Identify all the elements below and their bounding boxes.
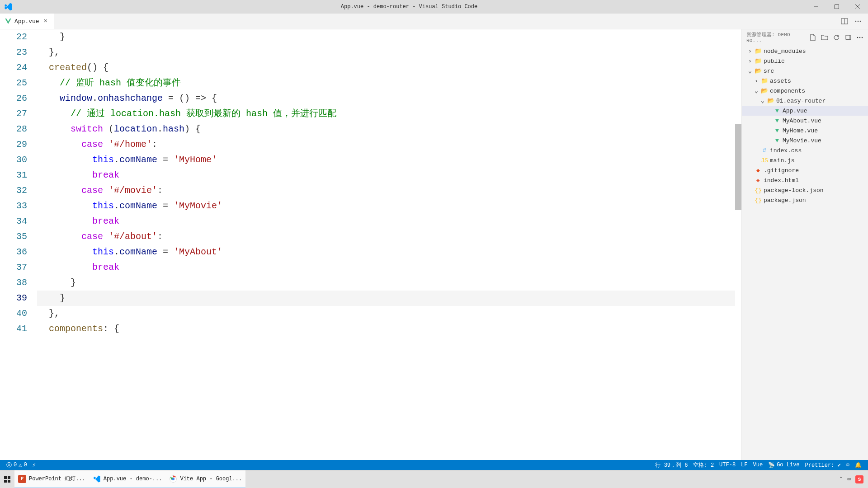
tree-file-myhome[interactable]: ▼ MyHome.vue [742, 126, 868, 136]
tree-label: package-lock.json [764, 187, 824, 194]
start-button[interactable] [0, 470, 14, 488]
status-feedback[interactable]: ☺ [844, 462, 852, 468]
tree-folder-components[interactable]: ⌄ 📂 components [742, 86, 868, 96]
refresh-icon[interactable] [833, 34, 840, 41]
code-line[interactable]: this.comName = 'MyAbout' [37, 244, 735, 260]
code-line[interactable]: case '#/movie': [37, 183, 735, 198]
tray-chevron-icon[interactable]: ˄ [840, 476, 843, 483]
status-prettier[interactable]: Prettier: ✔ [802, 462, 844, 469]
code-line[interactable]: break [37, 214, 735, 229]
new-file-icon[interactable] [809, 34, 816, 41]
code-line[interactable]: case '#/home': [37, 137, 735, 152]
tab-close-button[interactable]: × [42, 18, 49, 25]
code-line[interactable]: } [37, 29, 735, 45]
split-editor-icon[interactable] [841, 18, 848, 25]
code-line[interactable]: break [37, 168, 735, 183]
minimap-scrollbar[interactable] [735, 29, 741, 460]
code-line[interactable]: case '#/about': [37, 229, 735, 244]
tree-label: components [770, 88, 805, 94]
svg-point-9 [862, 37, 863, 38]
status-eol[interactable]: LF [738, 462, 750, 468]
tray-ime-icon[interactable]: ⌨ [847, 476, 851, 483]
close-button[interactable] [847, 0, 868, 14]
editor-tab[interactable]: App.vue × [0, 14, 54, 29]
tree-label: MyMovie.vue [783, 137, 821, 144]
vue-file-icon: ▼ [774, 107, 781, 114]
tree-folder-public[interactable]: › 📁 public [742, 56, 868, 66]
code-line[interactable]: this.comName = 'MyMovie' [37, 198, 735, 214]
css-file-icon: # [761, 147, 768, 154]
file-tree[interactable]: › 📁 node_modules › 📁 public ⌄ 📂 src › 📁 … [742, 45, 868, 460]
chevron-down-icon: ⌄ [747, 67, 753, 75]
vue-file-icon: ▼ [774, 137, 781, 144]
tree-file-package-json[interactable]: {} package.json [742, 195, 868, 205]
code-line[interactable]: // 监听 hash 值变化的事件 [37, 75, 735, 91]
taskbar-app-vscode[interactable]: App.vue - demo-... [89, 470, 166, 488]
tree-folder-src[interactable]: ⌄ 📂 src [742, 66, 868, 76]
window-title: App.vue - demo-router - Visual Studio Co… [13, 4, 806, 10]
status-go-live[interactable]: 📡Go Live [765, 462, 802, 469]
tree-file-index-html[interactable]: ◈ index.html [742, 175, 868, 185]
more-actions-icon[interactable] [854, 18, 862, 25]
system-tray[interactable]: ˄ ⌨ S [835, 475, 868, 483]
code-line[interactable]: components: { [37, 321, 735, 337]
collapse-all-icon[interactable] [844, 34, 852, 41]
code-line[interactable]: // 通过 location.hash 获取到最新的 hash 值，并进行匹配 [37, 106, 735, 122]
code-line[interactable]: this.comName = 'MyHome' [37, 152, 735, 168]
folder-icon: 📁 [761, 77, 768, 84]
tree-file-index-css[interactable]: # index.css [742, 145, 868, 155]
minimize-button[interactable] [806, 0, 826, 14]
tree-label: 01.easy-router [776, 98, 826, 104]
status-encoding[interactable]: UTF-8 [717, 462, 738, 468]
code-editor[interactable]: 2223242526272829303132333435363738394041… [0, 29, 741, 460]
code-line[interactable]: } [37, 291, 735, 306]
svg-rect-12 [4, 480, 7, 483]
svg-point-7 [857, 37, 859, 38]
tree-file-myabout[interactable]: ▼ MyAbout.vue [742, 116, 868, 126]
chevron-right-icon: › [747, 58, 753, 65]
taskbar-app-chrome[interactable]: Vite App - Googl... [165, 470, 245, 488]
status-problems[interactable]: ⓧ0 ⚠0 [4, 461, 30, 469]
tree-file-main-js[interactable]: JS main.js [742, 155, 868, 165]
explorer-header: 资源管理器: DEMO-RO... [742, 29, 868, 45]
editor-actions [835, 14, 868, 29]
svg-rect-0 [835, 5, 839, 9]
code-line[interactable]: }, [37, 45, 735, 60]
code-line[interactable]: switch (location.hash) { [37, 122, 735, 137]
tree-file-gitignore[interactable]: ◆ .gitignore [742, 165, 868, 175]
vscode-icon [93, 475, 101, 483]
windows-taskbar: P PowerPoint 幻灯... App.vue - demo-... Vi… [0, 470, 868, 488]
tray-input-icon[interactable]: S [855, 475, 863, 483]
tree-label: main.js [770, 157, 795, 164]
powerpoint-icon: P [18, 475, 26, 483]
sidebar-more-icon[interactable] [856, 34, 863, 41]
vue-file-icon [5, 18, 12, 25]
status-notifications[interactable]: 🔔 [852, 462, 864, 469]
tab-label: App.vue [14, 18, 39, 25]
tree-folder-assets[interactable]: › 📁 assets [742, 76, 868, 86]
status-port[interactable]: ⚡ [30, 462, 38, 469]
new-folder-icon[interactable] [821, 34, 828, 41]
folder-open-icon: 📂 [755, 67, 762, 75]
code-line[interactable]: window.onhashchange = () => { [37, 91, 735, 106]
taskbar-app-powerpoint[interactable]: P PowerPoint 幻灯... [14, 470, 89, 488]
tree-folder-node-modules[interactable]: › 📁 node_modules [742, 46, 868, 56]
antenna-icon: ⚡ [33, 462, 36, 469]
code-line[interactable]: created() { [37, 60, 735, 75]
code-line[interactable]: }, [37, 306, 735, 321]
maximize-button[interactable] [826, 0, 847, 14]
tree-file-app-vue[interactable]: ▼ App.vue [742, 106, 868, 116]
tree-file-package-lock[interactable]: {} package-lock.json [742, 185, 868, 195]
tree-folder-easy-router[interactable]: ⌄ 📂 01.easy-router [742, 96, 868, 106]
tab-bar: App.vue × [0, 14, 868, 29]
tree-file-mymovie[interactable]: ▼ MyMovie.vue [742, 136, 868, 145]
tree-label: MyHome.vue [783, 127, 818, 134]
tree-label: assets [770, 78, 791, 84]
status-indentation[interactable]: 空格: 2 [690, 461, 717, 469]
status-language[interactable]: Vue [750, 462, 766, 468]
folder-icon: 📁 [755, 47, 762, 55]
code-line[interactable]: } [37, 275, 735, 291]
status-cursor-position[interactable]: 行 39，列 6 [652, 461, 690, 469]
code-content[interactable]: } }, created() { // 监听 hash 值变化的事件 windo… [37, 29, 735, 460]
code-line[interactable]: break [37, 260, 735, 275]
